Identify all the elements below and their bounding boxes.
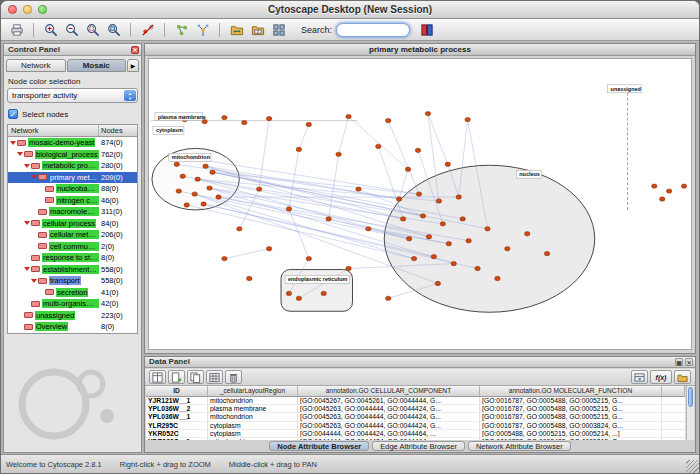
search-input[interactable] (336, 23, 410, 37)
expand-triangle-icon[interactable] (17, 152, 23, 156)
copy-attribute-icon[interactable] (187, 370, 204, 384)
graph-node[interactable] (386, 296, 391, 300)
graph-node[interactable] (431, 254, 436, 258)
network-view-title[interactable]: primary metabolic process (145, 44, 695, 56)
graph-node[interactable] (286, 291, 291, 295)
expand-triangle-icon[interactable] (24, 267, 30, 271)
graph-node[interactable] (286, 207, 291, 211)
graph-node[interactable] (180, 174, 185, 178)
graph-node[interactable] (440, 222, 445, 226)
graph-node[interactable] (336, 152, 341, 156)
tree-row[interactable]: multi-organism pr...42(0) (8, 298, 137, 310)
graph-node[interactable] (465, 117, 470, 121)
close-icon[interactable]: ✕ (131, 46, 139, 54)
graph-node[interactable] (222, 256, 227, 260)
table-row[interactable]: YPL036W__1mitochondrion[GO:0045263, GO:0… (146, 413, 685, 421)
graph-node[interactable] (192, 192, 197, 196)
tree-row[interactable]: response to stimu...8(0) (8, 252, 137, 264)
graph-node[interactable] (321, 291, 326, 295)
tree-row[interactable]: secretion41(0) (8, 287, 137, 299)
select-nodes-checkbox[interactable]: ✓ (8, 109, 18, 119)
graph-node[interactable] (475, 266, 480, 270)
table-row[interactable]: YKR052Ccytoplasm[GO:0044444, GO:0044424,… (146, 430, 685, 438)
graph-node[interactable] (266, 247, 271, 251)
graph-node[interactable] (485, 227, 490, 231)
expand-triangle-icon[interactable] (10, 141, 16, 145)
graph-node[interactable] (201, 202, 206, 206)
graph-node[interactable] (203, 164, 208, 168)
graph-node[interactable] (525, 232, 530, 236)
graph-node[interactable] (346, 266, 351, 270)
graph-node[interactable] (416, 192, 421, 196)
graph-node[interactable] (544, 251, 549, 255)
graph-node[interactable] (242, 120, 247, 124)
network-canvas[interactable]: plasma membranecytoplasmmitochondrionnuc… (148, 58, 692, 350)
graph-node[interactable] (426, 235, 431, 239)
attribute-matrix-icon[interactable] (206, 370, 223, 384)
graph-node[interactable] (436, 199, 441, 203)
tree-row[interactable]: nitrogen compo...46(0) (8, 195, 137, 207)
expand-triangle-icon[interactable] (24, 164, 30, 168)
graph-node[interactable] (411, 256, 416, 260)
graph-node[interactable] (505, 247, 510, 251)
graph-node[interactable] (466, 239, 471, 243)
table-row[interactable]: YLR295Ccytoplasm[GO:0045263, GO:0044444,… (146, 422, 685, 430)
column-header[interactable]: _cellularLayoutRegion (208, 386, 298, 396)
layout-icon[interactable] (269, 21, 288, 38)
window-titlebar[interactable]: Cytoscape Desktop (New Session) (1, 1, 699, 19)
graph-node[interactable] (425, 111, 430, 115)
graph-node[interactable] (451, 261, 456, 265)
graph-node[interactable] (396, 197, 401, 201)
tree-row[interactable]: cellular metabo...206(0) (8, 229, 137, 241)
new-network-from-selection-icon[interactable] (172, 21, 191, 38)
resize-grip[interactable] (686, 460, 699, 473)
tree-row[interactable]: metabolic process280(0) (8, 160, 137, 172)
expand-triangle-icon[interactable] (24, 221, 30, 225)
column-header[interactable]: annotation.GO CELLULAR_COMPONENT (298, 386, 480, 396)
expand-triangle-icon[interactable] (31, 175, 37, 179)
graph-node[interactable] (257, 187, 262, 191)
tree-row[interactable]: mosaic-demo-yeast874(0) (8, 137, 137, 149)
table-row[interactable]: YJR121W__1mitochondrion[GO:0045267, GO:0… (146, 397, 685, 405)
tree-row[interactable]: primary metab...209(0) (8, 172, 137, 184)
tree-row[interactable]: cell communica...2(0) (8, 241, 137, 253)
graph-node[interactable] (420, 214, 425, 218)
graph-node[interactable] (306, 256, 311, 260)
vizmapper-icon[interactable] (417, 21, 436, 38)
tab-edge-attribute-browser[interactable]: Edge Attribute Browser (372, 441, 465, 451)
graph-node[interactable] (405, 167, 410, 171)
maximize-window-button[interactable] (38, 5, 47, 14)
function-builder-button[interactable]: f(x) (650, 370, 672, 384)
graph-node[interactable] (266, 116, 271, 120)
graph-node[interactable] (176, 189, 181, 193)
graph-node[interactable] (386, 118, 391, 122)
zoom-fit-icon[interactable] (104, 21, 123, 38)
graph-node[interactable] (184, 203, 189, 207)
minimize-window-button[interactable] (23, 5, 32, 14)
zoom-selected-region-icon[interactable] (83, 21, 102, 38)
graph-node[interactable] (652, 184, 657, 188)
data-panel-scrollbar[interactable] (686, 386, 694, 440)
import-attributes-icon[interactable] (674, 370, 691, 384)
tree-row[interactable]: unassigned223(0) (8, 310, 137, 322)
tree-header-nodes[interactable]: Nodes (99, 125, 137, 136)
select-attributes-icon[interactable] (149, 370, 166, 384)
graph-node[interactable] (456, 195, 461, 199)
graph-node[interactable] (366, 227, 371, 231)
tree-header-network[interactable]: Network (8, 125, 99, 136)
graph-node[interactable] (247, 276, 252, 280)
column-header[interactable]: annotation.GO MOLECULAR_FUNCTION (480, 386, 662, 396)
close-panel-icon[interactable]: ✕ (685, 358, 693, 366)
graph-node[interactable] (666, 189, 671, 193)
graph-node[interactable] (460, 217, 465, 221)
more-tabs-button[interactable]: ▶ (127, 59, 139, 72)
graph-node[interactable] (207, 186, 212, 190)
float-panel-icon[interactable]: ▣ (675, 358, 683, 366)
tree-row[interactable]: nucleobase...88(0) (8, 183, 137, 195)
tree-row[interactable]: cellular process84(0) (8, 218, 137, 230)
tab-node-attribute-browser[interactable]: Node Attribute Browser (269, 441, 369, 451)
graph-node[interactable] (296, 296, 301, 300)
tab-network-attribute-browser[interactable]: Network Attribute Browser (468, 441, 571, 451)
delete-attribute-icon[interactable] (225, 370, 242, 384)
graph-node[interactable] (174, 162, 179, 166)
